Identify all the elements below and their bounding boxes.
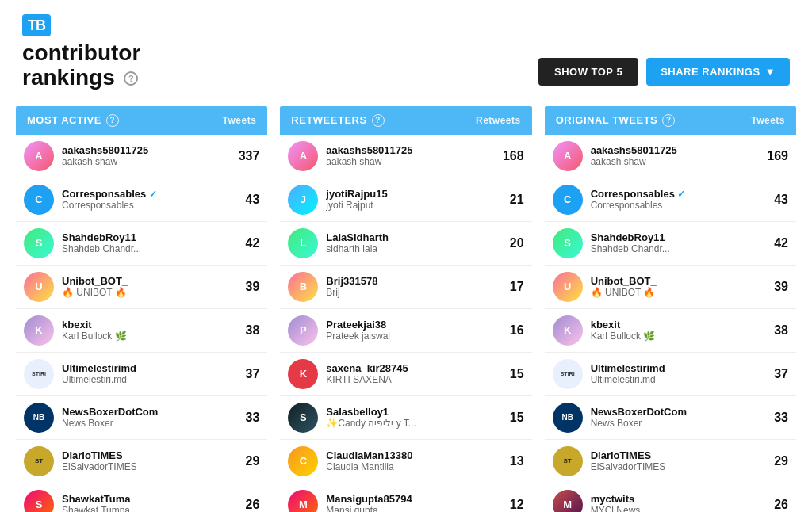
avatar: A — [553, 141, 583, 171]
count-label: 21 — [510, 193, 524, 207]
rank-row-original-tweets-3[interactable]: UUnibot_BOT_🔥 UNIBOT 🔥39 — [545, 266, 796, 309]
count-label: 33 — [774, 411, 788, 425]
username-label: Unibot_BOT_ — [62, 275, 238, 287]
rank-row-original-tweets-1[interactable]: CCorresponsables ✓Corresponsables43 — [545, 178, 796, 222]
rank-row-most-active-1[interactable]: CCorresponsables ✓Corresponsables43 — [16, 178, 267, 222]
avatar: S — [288, 403, 318, 433]
avatar: A — [288, 141, 318, 171]
display-name-label: Prateek jaiswal — [326, 331, 502, 342]
username-label: Brij331578 — [326, 275, 502, 287]
rank-row-most-active-3[interactable]: UUnibot_BOT_🔥 UNIBOT 🔥39 — [16, 266, 267, 309]
avatar: C — [553, 185, 583, 215]
count-label: 12 — [510, 498, 524, 512]
username-label: DiarioTIMES — [591, 449, 767, 461]
rank-row-retweeters-8[interactable]: MMansigupta85794Mansi gupta12 — [280, 483, 531, 512]
avatar: ST — [553, 446, 583, 476]
username-label: ShahdebRoy11 — [62, 231, 238, 243]
avatar: U — [24, 272, 54, 302]
rank-row-original-tweets-8[interactable]: MmyctwitsMYCl News26 — [545, 483, 796, 512]
count-label: 39 — [774, 280, 788, 294]
col-title-retweeters: RETWEETERS — [291, 114, 366, 126]
display-name-label: 🔥 UNIBOT 🔥 — [591, 287, 767, 298]
display-name-label: Karl Bullock 🌿 — [591, 331, 767, 342]
display-name-label: Shahdeb Chandr... — [62, 243, 238, 254]
col-title-most-active: MOST ACTIVE — [27, 114, 102, 126]
main-content: MOST ACTIVE ? Tweets Aaakashs58011725aak… — [0, 98, 812, 512]
rank-row-original-tweets-2[interactable]: SShahdebRoy11Shahdeb Chandr...42 — [545, 222, 796, 266]
count-label: 13 — [510, 454, 524, 468]
username-label: Unibot_BOT_ — [591, 275, 767, 287]
avatar: K — [288, 359, 318, 389]
user-info: Unibot_BOT_🔥 UNIBOT 🔥 — [62, 275, 238, 298]
count-label: 42 — [774, 236, 788, 250]
rank-row-retweeters-5[interactable]: Ksaxena_kir28745KIRTI SAXENA15 — [280, 353, 531, 396]
share-rankings-button[interactable]: SHARE RANKINGS ▼ — [646, 58, 790, 86]
user-info: UltimelestirimdUltimelestiri.md — [591, 362, 767, 385]
col-help-icon-original-tweets[interactable]: ? — [662, 114, 675, 127]
count-label: 42 — [246, 236, 260, 250]
rank-row-original-tweets-4[interactable]: KkbexitKarl Bullock 🌿38 — [545, 309, 796, 353]
username-label: kbexit — [62, 319, 238, 331]
username-label: jyotiRajpu15 — [326, 188, 502, 200]
rank-row-most-active-5[interactable]: STIRIUltimelestirimdUltimelestiri.md37 — [16, 353, 267, 396]
rank-row-original-tweets-7[interactable]: STDiarioTIMESElSalvadorTIMES29 — [545, 440, 796, 483]
count-label: 39 — [246, 280, 260, 294]
rank-row-most-active-0[interactable]: Aaakashs58011725aakash shaw337 — [16, 135, 267, 178]
username-label: Mansigupta85794 — [326, 493, 502, 505]
user-info: NewsBoxerDotComNews Boxer — [62, 406, 238, 429]
count-label: 15 — [510, 411, 524, 425]
display-name-label: aakash shaw — [591, 156, 760, 167]
display-name-label: Shawkat Tumpa — [62, 505, 238, 512]
rank-row-most-active-4[interactable]: KkbexitKarl Bullock 🌿38 — [16, 309, 267, 353]
rank-row-retweeters-1[interactable]: JjyotiRajpu15jyoti Rajput21 — [280, 178, 531, 222]
display-name-label: News Boxer — [591, 418, 767, 429]
user-info: myctwitsMYCl News — [591, 493, 767, 512]
display-name-label: 🔥 UNIBOT 🔥 — [62, 287, 238, 298]
display-name-label: Claudia Mantilla — [326, 461, 502, 472]
rank-row-original-tweets-0[interactable]: Aaakashs58011725aakash shaw169 — [545, 135, 796, 178]
rank-row-retweeters-4[interactable]: PPrateekjai38Prateek jaiswal16 — [280, 309, 531, 353]
show-top-button[interactable]: SHOW TOP 5 — [538, 58, 638, 86]
rank-row-original-tweets-6[interactable]: NBNewsBoxerDotComNews Boxer33 — [545, 396, 796, 440]
rank-row-retweeters-7[interactable]: CClaudiaMan13380Claudia Mantilla13 — [280, 440, 531, 483]
display-name-label: Brij — [326, 287, 502, 298]
display-name-label: aakash shaw — [326, 156, 495, 167]
display-name-label: Ultimelestiri.md — [62, 374, 238, 385]
column-most-active: MOST ACTIVE ? Tweets Aaakashs58011725aak… — [16, 106, 267, 512]
column-original-tweets: ORIGINAL TWEETS ? Tweets Aaakashs5801172… — [545, 106, 796, 512]
rank-row-retweeters-2[interactable]: LLalaSidharthsidharth lala20 — [280, 222, 531, 266]
display-name-label: aakash shaw — [62, 156, 231, 167]
avatar: STIRI — [24, 359, 54, 389]
user-info: NewsBoxerDotComNews Boxer — [591, 406, 767, 429]
avatar: K — [24, 315, 54, 346]
count-label: 169 — [767, 149, 788, 163]
rank-row-most-active-2[interactable]: SShahdebRoy11Shahdeb Chandr...42 — [16, 222, 267, 266]
display-name-label: jyoti Rajput — [326, 200, 502, 211]
title-help-icon[interactable]: ? — [124, 71, 138, 86]
column-retweeters: RETWEETERS ? Retweets Aaakashs58011725aa… — [280, 106, 531, 512]
rank-row-most-active-7[interactable]: STDiarioTIMESElSalvadorTIMES29 — [16, 440, 267, 483]
username-label: Corresponsables ✓ — [591, 188, 767, 200]
rank-row-most-active-8[interactable]: SShawkatTumaShawkat Tumpa26 — [16, 483, 267, 512]
avatar: B — [288, 272, 318, 302]
count-label: 43 — [774, 193, 788, 207]
rank-row-original-tweets-5[interactable]: STIRIUltimelestirimdUltimelestiri.md37 — [545, 353, 796, 396]
user-info: DiarioTIMESElSalvadorTIMES — [62, 449, 238, 472]
avatar: NB — [24, 403, 54, 433]
rank-row-retweeters-6[interactable]: SSalasbelloy1✨Candy יליפיה y T...15 — [280, 396, 531, 440]
rank-row-retweeters-0[interactable]: Aaakashs58011725aakash shaw168 — [280, 135, 531, 178]
col-help-icon-retweeters[interactable]: ? — [372, 114, 385, 127]
count-label: 29 — [246, 454, 260, 468]
rank-row-retweeters-3[interactable]: BBrij331578Brij17 — [280, 266, 531, 309]
display-name-label: Mansi gupta — [326, 505, 502, 512]
display-name-label: Karl Bullock 🌿 — [62, 331, 238, 342]
col-header-left: ORIGINAL TWEETS ? — [556, 114, 676, 127]
rank-row-most-active-6[interactable]: NBNewsBoxerDotComNews Boxer33 — [16, 396, 267, 440]
col-help-icon-most-active[interactable]: ? — [106, 114, 119, 127]
username-label: NewsBoxerDotCom — [591, 406, 767, 418]
username-label: ClaudiaMan13380 — [326, 449, 502, 461]
display-name-label: Ultimelestiri.md — [591, 374, 767, 385]
avatar: ST — [24, 446, 54, 476]
user-info: aakashs58011725aakash shaw — [62, 144, 231, 167]
username-label: kbexit — [591, 319, 767, 331]
